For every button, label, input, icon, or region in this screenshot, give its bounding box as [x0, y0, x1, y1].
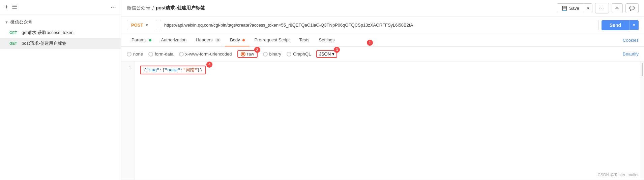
radio-formdata-circle: [148, 52, 153, 57]
radio-graphql-circle: [287, 52, 291, 57]
method-select[interactable]: POST ▾: [127, 20, 157, 30]
tab-prerequest-label: Pre-request Script: [254, 37, 290, 42]
sidebar-group: ▼ 微信公众号 GET get请求-获取access_token GET pos…: [0, 14, 121, 51]
more-options-icon[interactable]: ···: [111, 5, 116, 10]
sidebar-header: + ☰ ···: [0, 0, 121, 14]
radio-form-data[interactable]: form-data: [148, 51, 174, 57]
json-format-select[interactable]: JSON ▾ 3: [316, 50, 337, 58]
annotation-badge-4: 4: [206, 62, 212, 68]
tab-authorization[interactable]: Authorization: [156, 34, 191, 46]
filter-icon[interactable]: ☰: [12, 3, 17, 11]
radio-binary[interactable]: binary: [263, 51, 281, 57]
method-label: POST: [131, 23, 143, 28]
request-bar: POST ▾ Send ▾: [121, 16, 644, 34]
edit-button[interactable]: ✏: [612, 3, 623, 13]
radio-none-circle: [127, 52, 131, 57]
send-dropdown-button[interactable]: ▾: [629, 20, 639, 30]
code-line-1: {"tag":{"name":"河南"}} 4: [140, 66, 635, 74]
radio-urlencoded[interactable]: x-www-form-urlencoded: [179, 51, 232, 57]
breadcrumb-current: post请求-创建用户标签: [156, 5, 205, 11]
radio-graphql[interactable]: GraphQL: [287, 51, 311, 57]
code-box-wrapper: {"tag":{"name":"河南"}} 4: [140, 66, 206, 74]
annotation-badge-1-container: 1: [367, 40, 373, 46]
request-tabs: Params Authorization Headers 8 Body Pre-…: [121, 34, 644, 47]
sidebar-group-label: 微信公众号: [10, 19, 32, 25]
breadcrumb-separator: /: [152, 5, 154, 11]
radio-binary-circle: [263, 52, 268, 57]
tab-headers[interactable]: Headers 8: [191, 34, 225, 46]
scrollbar-thumb: [642, 63, 643, 76]
method-badge-get2: GET: [9, 41, 20, 45]
collapse-arrow-icon: ▼: [5, 20, 8, 24]
tab-pre-request[interactable]: Pre-request Script: [250, 34, 294, 46]
beautify-link[interactable]: Beautify: [623, 51, 639, 57]
tab-tests-label: Tests: [299, 37, 309, 42]
code-highlighted-block: {"tag":{"name":"河南"}}: [140, 66, 206, 74]
annotation-badge-1: 1: [367, 40, 373, 46]
tab-auth-label: Authorization: [161, 37, 186, 42]
radio-raw-container: raw 2: [237, 50, 258, 58]
json-format-label: JSON: [319, 51, 331, 57]
send-button[interactable]: Send: [602, 20, 629, 30]
method-caret-icon: ▾: [146, 23, 148, 28]
line-numbers: 1: [121, 62, 135, 180]
tab-params[interactable]: Params: [127, 34, 156, 46]
add-icon[interactable]: +: [5, 4, 8, 11]
save-floppy-icon: 💾: [562, 6, 567, 11]
tab-tests[interactable]: Tests: [294, 34, 314, 46]
radio-binary-label: binary: [269, 51, 281, 57]
method-badge-get: GET: [9, 31, 20, 35]
tab-settings[interactable]: Settings: [314, 34, 340, 46]
cookies-link[interactable]: Cookies: [623, 38, 639, 43]
radio-formdata-label: form-data: [155, 51, 174, 57]
sidebar-item-get-access-token[interactable]: GET get请求-获取access_token: [0, 27, 121, 38]
params-dot: [149, 39, 151, 41]
radio-raw-circle: [241, 52, 245, 57]
radio-none[interactable]: none: [127, 51, 143, 57]
sidebar-group-title[interactable]: ▼ 微信公众号: [0, 17, 121, 27]
code-content[interactable]: {"tag":{"name":"河南"}} 4: [135, 62, 640, 180]
body-dot: [242, 39, 245, 41]
tab-headers-label: Headers: [196, 37, 212, 42]
sidebar: + ☰ ··· ▼ 微信公众号 GET get请求-获取access_token…: [0, 0, 121, 180]
annotation-badge-2: 2: [254, 47, 260, 53]
headers-badge: 8: [215, 38, 221, 42]
main-panel: 微信公众号 / post请求-创建用户标签 💾 Save ▾ ··· ✏ 💬 P…: [121, 0, 644, 180]
sidebar-item-post-create-tag[interactable]: GET post请求-创建用户标签: [0, 38, 121, 49]
save-dropdown-arrow[interactable]: ▾: [584, 4, 592, 13]
json-format-caret: ▾: [332, 51, 334, 57]
more-actions-button[interactable]: ···: [595, 3, 609, 13]
send-btn-group: Send ▾: [602, 20, 639, 30]
tab-settings-label: Settings: [319, 37, 335, 42]
save-btn-group: 💾 Save ▾: [557, 3, 592, 13]
watermark: CSDN @Tester_muller: [597, 173, 639, 177]
radio-raw[interactable]: raw: [241, 51, 254, 57]
line-number-1: 1: [125, 66, 131, 71]
radio-urlencoded-label: x-www-form-urlencoded: [185, 51, 232, 57]
tab-body[interactable]: Body: [225, 34, 250, 46]
breadcrumb: 微信公众号 / post请求-创建用户标签: [127, 5, 205, 11]
sidebar-item-label: post请求-创建用户标签: [22, 40, 66, 46]
save-button[interactable]: 💾 Save: [557, 4, 584, 13]
sidebar-item-label: get请求-获取access_token: [22, 30, 74, 36]
tab-body-label: Body: [230, 37, 240, 42]
radio-urlencoded-circle: [179, 52, 184, 57]
url-input[interactable]: [160, 20, 599, 30]
annotation-badge-3: 3: [334, 47, 340, 53]
code-editor: 1 {"tag":{"name":"河南"}} 4: [121, 62, 644, 180]
topbar-actions: 💾 Save ▾ ··· ✏ 💬: [557, 3, 639, 13]
save-label: Save: [569, 6, 579, 11]
breadcrumb-parent: 微信公众号: [127, 5, 150, 11]
topbar: 微信公众号 / post请求-创建用户标签 💾 Save ▾ ··· ✏ 💬: [121, 0, 644, 16]
radio-raw-label: raw: [247, 51, 254, 57]
radio-none-label: none: [133, 51, 143, 57]
comment-button[interactable]: 💬: [625, 3, 639, 13]
scrollbar[interactable]: [640, 62, 644, 180]
tab-params-label: Params: [131, 37, 147, 42]
body-options-row: none form-data x-www-form-urlencoded raw…: [121, 47, 644, 62]
radio-graphql-label: GraphQL: [293, 51, 311, 57]
sidebar-header-left: + ☰: [5, 3, 17, 11]
